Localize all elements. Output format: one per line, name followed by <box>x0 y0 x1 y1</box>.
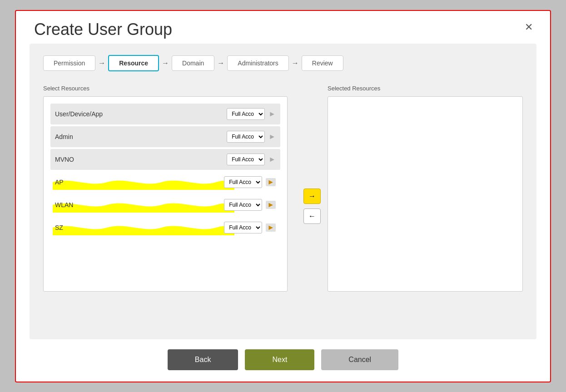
dialog-title: Create User Group <box>34 20 172 39</box>
step-arrow-0: → <box>98 59 105 67</box>
next-button[interactable]: Next <box>245 349 314 370</box>
resource-access-mvno[interactable]: Full Acco <box>227 154 265 165</box>
resource-row-admin[interactable]: AdminFull Acco► <box>50 126 280 147</box>
remove-resource-button[interactable]: ← <box>303 208 321 224</box>
resources-box: User/Device/AppFull Acco►AdminFull Acco►… <box>43 96 288 292</box>
dialog-footer: Back Next Cancel <box>16 339 550 382</box>
right-panel: Selected Resources <box>328 85 523 292</box>
resource-expand-wlan[interactable]: ► <box>266 201 276 209</box>
resource-name-mvno: MVNO <box>55 156 227 163</box>
resource-name-wlan: WLAN <box>55 201 224 208</box>
resource-expand-sz[interactable]: ► <box>266 223 276 232</box>
left-panel: Select Resources User/Device/AppFull Acc… <box>43 85 288 292</box>
step-permission[interactable]: Permission <box>43 55 95 71</box>
resource-access-admin[interactable]: Full Acco <box>227 131 265 143</box>
resource-row-sz[interactable]: SZFull Acco► <box>50 217 280 238</box>
resource-row-user-device-app[interactable]: User/Device/AppFull Acco► <box>50 104 280 124</box>
steps-bar: Permission→Resource→Domain→Administrator… <box>43 55 523 71</box>
resource-row-ap[interactable]: APFull Acco► <box>50 172 280 193</box>
selected-resources-box <box>328 96 523 292</box>
resource-name-user-device-app: User/Device/App <box>55 110 227 118</box>
add-arrow-icon: → <box>308 192 316 200</box>
content-area: Select Resources User/Device/AppFull Acc… <box>43 85 523 292</box>
transfer-buttons: → ← <box>297 121 328 292</box>
close-button[interactable]: ✕ <box>521 20 536 35</box>
dialog-body: Permission→Resource→Domain→Administrator… <box>30 44 536 339</box>
add-resource-button[interactable]: → <box>303 189 321 204</box>
create-user-group-dialog: Create User Group ✕ Permission→Resource→… <box>15 10 551 382</box>
resource-expand-ap[interactable]: ► <box>266 178 276 186</box>
dialog-header: Create User Group ✕ <box>16 11 550 44</box>
remove-arrow-icon: ← <box>308 212 316 220</box>
cancel-button[interactable]: Cancel <box>321 349 398 370</box>
resource-expand-mvno[interactable]: ► <box>268 155 276 164</box>
resource-access-ap[interactable]: Full Acco <box>224 176 262 188</box>
resource-access-user-device-app[interactable]: Full Acco <box>227 108 265 120</box>
selected-resources-label: Selected Resources <box>328 85 523 92</box>
step-arrow-3: → <box>292 59 299 67</box>
select-resources-label: Select Resources <box>43 85 288 92</box>
step-arrow-1: → <box>162 59 169 67</box>
resource-access-wlan[interactable]: Full Acco <box>224 199 262 211</box>
back-button[interactable]: Back <box>168 349 238 370</box>
step-review[interactable]: Review <box>302 55 343 71</box>
resource-expand-user-device-app[interactable]: ► <box>268 110 276 118</box>
resource-name-sz: SZ <box>55 224 224 231</box>
step-arrow-2: → <box>217 59 224 67</box>
resource-row-mvno[interactable]: MVNOFull Acco► <box>50 149 280 170</box>
step-administrators[interactable]: Administrators <box>227 55 288 71</box>
resource-name-ap: AP <box>55 179 224 186</box>
resource-row-wlan[interactable]: WLANFull Acco► <box>50 194 280 215</box>
resource-expand-admin[interactable]: ► <box>268 133 276 141</box>
step-domain[interactable]: Domain <box>172 55 214 71</box>
resource-name-admin: Admin <box>55 133 227 140</box>
resource-access-sz[interactable]: Full Acco <box>224 222 262 233</box>
step-resource[interactable]: Resource <box>108 55 159 71</box>
